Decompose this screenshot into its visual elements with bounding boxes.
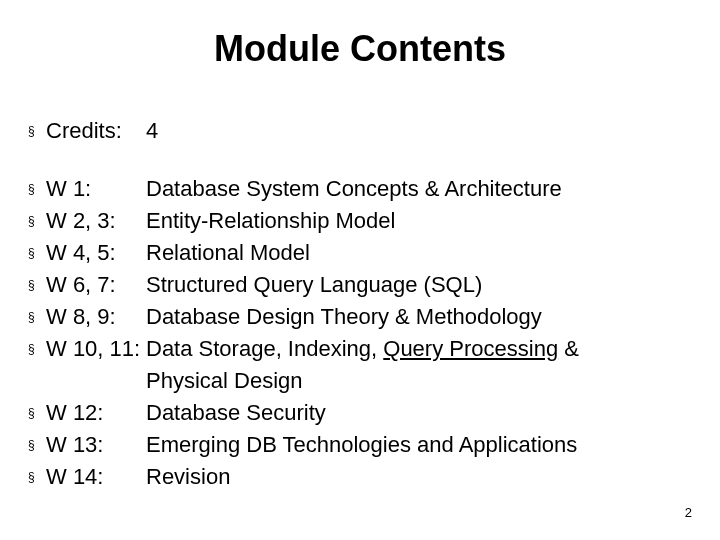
schedule-row: §W 8, 9:Database Design Theory & Methodo…: [28, 302, 692, 332]
schedule-row: §W 4, 5:Relational Model: [28, 238, 692, 268]
content-area: § Credits: 4 §W 1:Database System Concep…: [28, 116, 692, 492]
bullet-icon: §: [28, 270, 46, 300]
week-label: W 2, 3:: [46, 206, 142, 236]
bullet-icon: §: [28, 334, 46, 364]
schedule-row: §W 6, 7:Structured Query Language (SQL): [28, 270, 692, 300]
week-label: W 8, 9:: [46, 302, 142, 332]
week-desc: Physical Design: [142, 366, 692, 396]
week-desc: Relational Model: [142, 238, 692, 268]
schedule-row: §W 14:Revision: [28, 462, 692, 492]
bullet-icon: §: [28, 174, 46, 204]
week-label: W 14:: [46, 462, 142, 492]
schedule-row: §W 2, 3:Entity-Relationship Model: [28, 206, 692, 236]
credits-row: § Credits: 4: [28, 116, 692, 146]
week-desc: Emerging DB Technologies and Application…: [142, 430, 692, 460]
week-label: W 13:: [46, 430, 142, 460]
bullet-icon: §: [28, 116, 46, 146]
week-desc: Database Design Theory & Methodology: [142, 302, 692, 332]
week-label: W 6, 7:: [46, 270, 142, 300]
week-label: W 12:: [46, 398, 142, 428]
schedule-row: §W 12:Database Security: [28, 398, 692, 428]
week-label: W 1:: [46, 174, 142, 204]
week-label: W 4, 5:: [46, 238, 142, 268]
week-desc: Structured Query Language (SQL): [142, 270, 692, 300]
week-desc: Revision: [142, 462, 692, 492]
week-desc: Data Storage, Indexing, Query Processing…: [142, 334, 692, 364]
slide: Module Contents § Credits: 4 §W 1:Databa…: [0, 0, 720, 540]
bullet-icon: §: [28, 430, 46, 460]
slide-title: Module Contents: [28, 28, 692, 70]
bullet-icon: §: [28, 206, 46, 236]
credits-value: 4: [142, 116, 692, 146]
week-desc: Database System Concepts & Architecture: [142, 174, 692, 204]
credits-label: Credits:: [46, 116, 142, 146]
week-desc: Database Security: [142, 398, 692, 428]
schedule-row: §W 1:Database System Concepts & Architec…: [28, 174, 692, 204]
bullet-icon: §: [28, 462, 46, 492]
week-desc: Entity-Relationship Model: [142, 206, 692, 236]
schedule-row: §W 10, 11:Data Storage, Indexing, Query …: [28, 334, 692, 364]
bullet-icon: §: [28, 398, 46, 428]
page-number: 2: [685, 505, 692, 520]
schedule-row: Physical Design: [28, 366, 692, 396]
bullet-icon: §: [28, 238, 46, 268]
schedule-row: §W 13:Emerging DB Technologies and Appli…: [28, 430, 692, 460]
week-label: W 10, 11:: [46, 334, 142, 364]
bullet-icon: §: [28, 302, 46, 332]
